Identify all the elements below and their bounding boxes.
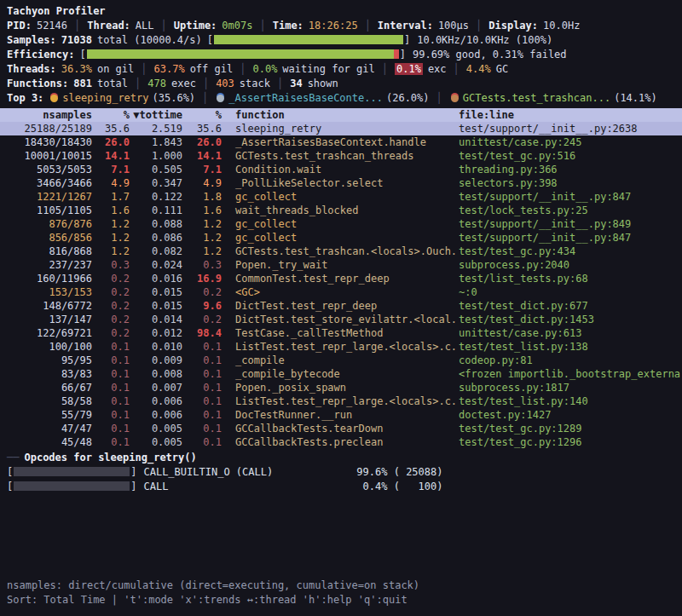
thread-stat-pct: 63.7%	[154, 63, 185, 75]
table-row[interactable]: 160/119660.20.01616.9CommonTest.test_rep…	[0, 272, 682, 285]
cell-tottime: 0.007	[133, 381, 186, 394]
cell-tottime: 0.015	[133, 299, 186, 313]
functions-stat-value: 34	[290, 78, 302, 89]
functions-label: Functions:	[7, 78, 68, 89]
top-function-pct: (35.6%)	[153, 92, 196, 104]
bar-close-bracket: ]	[130, 481, 136, 492]
efficiency-summary: 99.69% good, 0.31% failed	[413, 49, 567, 60]
table-row[interactable]: 1105/11051.60.1111.6wait_threads_blocked…	[0, 204, 682, 217]
cell-direct-pct: 0.1	[95, 340, 133, 354]
table-row[interactable]: 10001/1001514.11.00014.1GCTests.test_tra…	[0, 149, 682, 163]
cell-cumulative-pct: 0.1	[186, 381, 225, 394]
cell-tottime: 0.012	[133, 326, 186, 340]
cell-file-line: test/test_dict.py:1453	[459, 313, 682, 326]
cell-function: <GC>	[225, 285, 459, 299]
cell-function: sleeping_retry	[225, 122, 459, 135]
table-row[interactable]: 5053/50537.10.5057.1Condition.waitthread…	[0, 163, 682, 176]
opcode-pct: 99.6%	[348, 465, 387, 480]
cell-function: DocTestRunner.__run	[225, 408, 459, 422]
cell-nsamples: 148/6772	[0, 299, 95, 313]
table-row[interactable]: 237/2370.30.0240.3Popen._try_waitsubproc…	[0, 258, 682, 272]
col-header-function[interactable]: function	[225, 108, 459, 122]
cell-tottime: 0.010	[133, 340, 186, 354]
opcode-bar	[14, 467, 130, 476]
cell-nsamples: 856/856	[0, 231, 95, 245]
cell-nsamples: 816/868	[0, 245, 95, 258]
cell-tottime: 0.111	[133, 204, 186, 217]
table-header[interactable]: nsamples%▼tottime%functionfile:line	[0, 108, 682, 122]
cell-cumulative-pct: 9.6	[186, 299, 225, 313]
table-row[interactable]: 148/67720.20.0159.6DictTest.test_repr_de…	[0, 299, 682, 313]
uptime-value: 0m07s	[222, 20, 252, 32]
top3-label: Top 3:	[7, 92, 43, 104]
table-row[interactable]: 153/1530.20.0150.2<GC>~:0	[0, 285, 682, 299]
cell-tottime: 0.009	[133, 354, 186, 367]
table-row[interactable]: 95/950.10.0090.1_compilecodeop.py:81	[0, 354, 682, 367]
top-function-name[interactable]: sleeping_retry	[62, 92, 148, 104]
col-header-[interactable]: %	[186, 108, 225, 122]
thread-stat-name: GC	[496, 63, 508, 75]
table-row[interactable]: 83/830.10.0080.1_compile_bytecode<frozen…	[0, 367, 682, 381]
interval-label: Interval:	[378, 20, 433, 32]
table-row[interactable]: 47/470.10.0050.1GCCallbackTests.tearDown…	[0, 422, 682, 435]
display-value: 10.0Hz	[543, 20, 580, 32]
table-row[interactable]: 66/670.10.0070.1Popen._posix_spawnsubpro…	[0, 381, 682, 394]
medal-rank-1-icon	[50, 95, 58, 102]
top-function-name[interactable]: GCTests.test_trashcan...	[463, 92, 610, 104]
cell-tottime: 0.016	[133, 272, 186, 285]
cell-cumulative-pct: 0.1	[186, 435, 225, 449]
top-function-name[interactable]: _AssertRaisesBaseConte...	[228, 92, 383, 104]
efficiency-bar-fill-failed	[394, 49, 399, 59]
time-value: 18:26:25	[309, 20, 358, 32]
cell-function: DictTest.test_store_evilattr.<local...	[225, 313, 459, 326]
top-function-pct: (14.1%)	[614, 92, 657, 104]
thread-value[interactable]: ALL	[136, 20, 154, 32]
cell-tottime: 1.000	[133, 149, 186, 163]
table-row[interactable]: 45/480.10.0050.1GCCallbackTests.preclean…	[0, 435, 682, 449]
cell-tottime: 0.505	[133, 163, 186, 176]
col-header-[interactable]: %	[95, 108, 133, 122]
col-header-fileline[interactable]: file:line	[459, 108, 682, 122]
table-row[interactable]: 816/8681.20.0821.2GCTests.test_trashcan.…	[0, 245, 682, 258]
cell-tottime: 0.086	[133, 231, 186, 245]
bar-close-bracket: ]	[404, 34, 410, 46]
cell-direct-pct: 1.2	[95, 245, 133, 258]
separator: │	[74, 20, 80, 32]
table-row[interactable]: 55/790.10.0060.1DocTestRunner.__rundocte…	[0, 408, 682, 422]
cell-direct-pct: 0.2	[95, 272, 133, 285]
cell-file-line: test/test_list.py:140	[459, 394, 682, 408]
functions-stat-name: exec	[171, 78, 196, 89]
table-row[interactable]: 137/1470.20.0140.2DictTest.test_store_ev…	[0, 313, 682, 326]
table-row[interactable]: 3466/34664.90.3474.9_PollLikeSelector.se…	[0, 176, 682, 190]
table-row[interactable]: 1221/12671.70.1221.8gc_collecttest/suppo…	[0, 190, 682, 204]
threads-items: 36.3%on gil│63.7%off gil│0.0%waiting for…	[61, 63, 508, 75]
cell-function: Condition.wait	[225, 163, 459, 176]
cell-direct-pct: 0.2	[95, 285, 133, 299]
cell-file-line: test/test_list.py:138	[459, 340, 682, 354]
bar-open-bracket: [	[7, 466, 13, 478]
cell-function: DictTest.test_repr_deep	[225, 299, 459, 313]
table-row[interactable]: 100/1000.10.0100.1ListTest.test_repr_lar…	[0, 340, 682, 354]
cell-tottime: 0.005	[133, 435, 186, 449]
cell-tottime: 2.519	[133, 122, 186, 135]
cell-cumulative-pct: 0.1	[186, 354, 225, 367]
cell-nsamples: 1221/1267	[0, 190, 95, 204]
footer-help-line2: Sort: Total Time | 't':mode 'x':trends ↔…	[7, 593, 682, 607]
opcodes-section: ──Opcodes for sleeping_retry() []CALL_BU…	[0, 451, 682, 494]
table-row[interactable]: 58/580.10.0060.1ListTest.test_repr_large…	[0, 394, 682, 408]
table-row[interactable]: 122/697210.20.01298.4TestCase._callTestM…	[0, 326, 682, 340]
cell-function: CommonTest.test_repr_deep	[225, 272, 459, 285]
cell-file-line: test/test_gc.py:1289	[459, 422, 682, 435]
col-header-nsamples[interactable]: nsamples	[0, 108, 95, 122]
table-row[interactable]: 18430/1843026.01.84326.0_AssertRaisesBas…	[0, 135, 682, 149]
table-row[interactable]: 876/8761.20.0881.2gc_collecttest/support…	[0, 217, 682, 231]
table-row[interactable]: 856/8561.20.0861.2gc_collecttest/support…	[0, 231, 682, 245]
cell-cumulative-pct: 16.9	[186, 272, 225, 285]
col-header-tottime[interactable]: ▼tottime	[133, 108, 186, 122]
table-row-selected[interactable]: 25188/2518935.62.51935.6sleeping_retryte…	[0, 122, 682, 135]
thread-label: Thread:	[87, 20, 130, 32]
separator: │	[277, 78, 283, 89]
cell-nsamples: 237/237	[0, 258, 95, 272]
cell-direct-pct: 1.7	[95, 190, 133, 204]
cell-nsamples: 5053/5053	[0, 163, 95, 176]
